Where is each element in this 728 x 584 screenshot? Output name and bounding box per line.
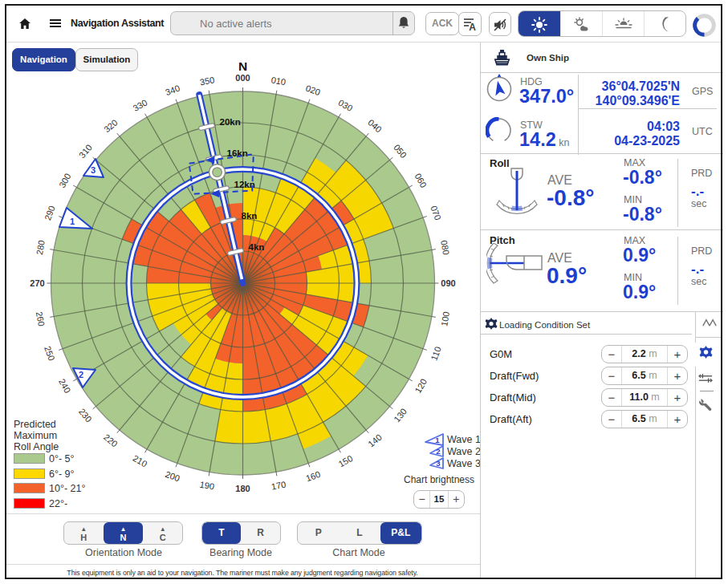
svg-text:1: 1: [435, 436, 440, 444]
svg-text:190: 190: [199, 480, 215, 492]
svg-text:8kn: 8kn: [242, 211, 258, 221]
svg-text:280: 280: [35, 239, 47, 255]
svg-text:350: 350: [199, 75, 215, 87]
svg-text:340: 340: [164, 83, 181, 98]
svg-text:4kn: 4kn: [249, 242, 265, 252]
svg-text:220: 220: [102, 432, 120, 449]
svg-text:270: 270: [30, 278, 44, 288]
svg-text:170: 170: [270, 480, 287, 492]
svg-text:070: 070: [429, 205, 443, 221]
svg-text:230: 230: [77, 407, 94, 424]
svg-text:3: 3: [436, 459, 440, 468]
svg-text:030: 030: [337, 98, 355, 114]
svg-text:140: 140: [366, 432, 384, 449]
svg-text:160: 160: [304, 469, 321, 484]
svg-text:010: 010: [270, 75, 287, 87]
svg-text:3: 3: [91, 165, 96, 175]
svg-text:100: 100: [439, 310, 451, 326]
svg-text:310: 310: [77, 143, 94, 160]
svg-text:N: N: [238, 59, 247, 73]
svg-text:260: 260: [35, 310, 47, 326]
svg-text:180: 180: [235, 484, 250, 493]
svg-text:000: 000: [235, 73, 250, 83]
svg-text:290: 290: [43, 205, 57, 221]
svg-text:20kn: 20kn: [220, 117, 241, 127]
svg-text:250: 250: [43, 345, 57, 362]
svg-text:110: 110: [429, 345, 442, 362]
svg-text:040: 040: [366, 117, 384, 134]
svg-text:120: 120: [413, 377, 429, 395]
svg-text:2: 2: [79, 370, 83, 379]
svg-text:1: 1: [70, 217, 75, 226]
svg-text:020: 020: [304, 83, 321, 98]
svg-text:050: 050: [392, 143, 409, 160]
svg-text:130: 130: [392, 407, 409, 424]
svg-text:060: 060: [413, 172, 429, 189]
svg-text:150: 150: [337, 453, 355, 469]
svg-text:240: 240: [57, 377, 73, 395]
svg-text:A: A: [469, 22, 476, 32]
svg-text:210: 210: [132, 453, 149, 469]
svg-text:320: 320: [102, 117, 120, 134]
svg-text:2: 2: [436, 447, 440, 456]
svg-text:200: 200: [164, 469, 181, 484]
svg-text:330: 330: [132, 98, 149, 114]
svg-text:300: 300: [57, 172, 73, 189]
svg-text:080: 080: [439, 239, 451, 255]
svg-text:090: 090: [441, 278, 455, 288]
